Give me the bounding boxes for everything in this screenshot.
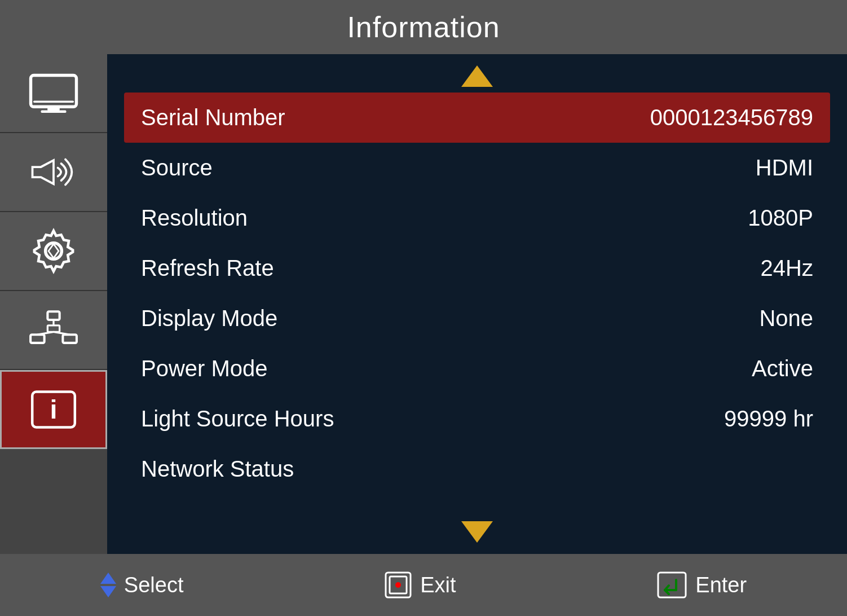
svg-point-17 [395, 582, 401, 588]
select-icon [100, 573, 116, 597]
main-area: i Serial Number0000123456789SourceHDMIRe… [0, 54, 847, 554]
svg-text:i: i [50, 395, 57, 424]
menu-row-value-0: 0000123456789 [650, 105, 813, 130]
menu-row-1[interactable]: SourceHDMI [124, 143, 830, 193]
menu-row-label-5: Power Mode [141, 356, 268, 381]
audio-icon [28, 147, 79, 197]
sidebar-item-network[interactable] [0, 291, 107, 370]
select-button[interactable]: Select [100, 573, 184, 597]
scroll-up-indicator[interactable] [107, 54, 847, 93]
menu-row-label-0: Serial Number [141, 105, 285, 130]
svg-rect-2 [41, 111, 67, 113]
sidebar-item-display[interactable] [0, 54, 107, 133]
arrow-down-icon [461, 521, 493, 543]
menu-row-7[interactable]: Network Status [124, 444, 830, 494]
menu-row-value-2: 1080P [748, 205, 813, 231]
menu-row-6[interactable]: Light Source Hours99999 hr [124, 394, 830, 444]
menu-row-2[interactable]: Resolution1080P [124, 193, 830, 243]
menu-row-value-3: 24Hz [761, 256, 813, 281]
exit-label: Exit [420, 573, 456, 597]
menu-row-3[interactable]: Refresh Rate24Hz [124, 243, 830, 293]
svg-rect-1 [47, 107, 60, 111]
menu-list: Serial Number0000123456789SourceHDMIReso… [107, 93, 847, 516]
menu-row-label-4: Display Mode [141, 306, 277, 331]
network-icon [28, 305, 79, 355]
menu-row-label-6: Light Source Hours [141, 406, 334, 432]
svg-rect-6 [47, 311, 59, 320]
exit-icon [384, 571, 412, 599]
page-title: Information [347, 10, 500, 44]
menu-row-value-4: None [759, 306, 813, 331]
sidebar-item-information[interactable]: i [0, 370, 107, 449]
arrow-up-icon [461, 65, 493, 87]
header: Information [0, 0, 847, 54]
scroll-down-indicator[interactable] [107, 516, 847, 554]
sidebar-item-settings[interactable] [0, 212, 107, 291]
svg-line-12 [54, 332, 70, 335]
svg-rect-7 [30, 335, 45, 343]
exit-button[interactable]: Exit [384, 571, 456, 599]
toolbar: Select Exit Enter [0, 554, 847, 616]
menu-row-value-6: 99999 hr [724, 406, 813, 432]
sidebar-item-audio[interactable] [0, 133, 107, 212]
menu-row-value-1: HDMI [756, 155, 813, 181]
menu-row-label-7: Network Status [141, 456, 294, 482]
menu-row-value-5: Active [752, 356, 813, 381]
menu-row-4[interactable]: Display ModeNone [124, 293, 830, 344]
menu-row-label-3: Refresh Rate [141, 256, 274, 281]
sidebar: i [0, 54, 107, 554]
display-icon [28, 68, 79, 118]
enter-icon [656, 571, 687, 599]
svg-marker-4 [33, 160, 54, 184]
svg-line-11 [37, 332, 54, 335]
menu-row-5[interactable]: Power ModeActive [124, 344, 830, 394]
svg-rect-18 [658, 573, 686, 597]
enter-button[interactable]: Enter [656, 571, 747, 599]
content-panel: Serial Number0000123456789SourceHDMIReso… [107, 54, 847, 554]
svg-rect-9 [47, 325, 59, 332]
info-icon: i [28, 384, 79, 435]
gear-icon [28, 226, 79, 276]
menu-row-label-1: Source [141, 155, 213, 181]
select-label: Select [124, 573, 184, 597]
menu-row-label-2: Resolution [141, 205, 248, 231]
svg-rect-8 [63, 335, 77, 343]
menu-row-0[interactable]: Serial Number0000123456789 [124, 93, 830, 143]
svg-rect-3 [33, 101, 74, 103]
enter-label: Enter [695, 573, 747, 597]
